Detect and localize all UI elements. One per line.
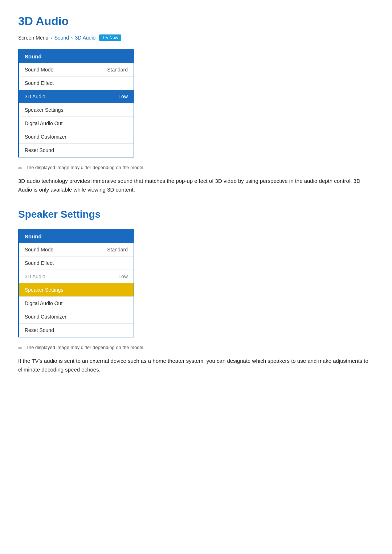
menu-header-2: Sound <box>19 230 134 243</box>
menu-header-1: Sound <box>19 50 134 63</box>
breadcrumb-screen-menu: Screen Menu <box>18 35 48 41</box>
menu-item-reset-sound-1[interactable]: Reset Sound <box>19 144 134 157</box>
menu-item-label: Sound Customizer <box>25 134 66 140</box>
breadcrumb-3daudio-link[interactable]: 3D Audio <box>75 35 95 41</box>
menu-item-3daudio-2[interactable]: 3D Audio Low <box>19 270 134 283</box>
menu-item-label: Sound Mode <box>25 247 53 253</box>
menu-item-sound-customizer-1[interactable]: Sound Customizer <box>19 130 134 144</box>
menu-item-label: 3D Audio <box>25 94 45 99</box>
menu-item-value: Low <box>118 274 128 279</box>
menu-item-sound-effect-2[interactable]: Sound Effect <box>19 257 134 270</box>
menu-item-3daudio-1[interactable]: 3D Audio Low <box>19 90 134 103</box>
menu-item-label: Speaker Settings <box>25 287 64 293</box>
menu-item-speaker-settings-1[interactable]: Speaker Settings <box>19 103 134 117</box>
menu-item-label: Sound Effect <box>25 260 54 266</box>
menu-item-sound-mode-1[interactable]: Sound Mode Standard <box>19 63 134 77</box>
menu-item-label: Speaker Settings <box>25 107 64 113</box>
menu-item-label: Digital Audio Out <box>25 300 62 306</box>
menu-item-value: Low <box>118 94 128 99</box>
body-text-1: 3D audio technology provides immersive s… <box>18 177 374 194</box>
menu-item-label: Sound Effect <box>25 80 54 86</box>
menu-item-sound-mode-2[interactable]: Sound Mode Standard <box>19 243 134 257</box>
note-text-1: The displayed image may differ depending… <box>26 165 144 170</box>
menu-item-sound-customizer-2[interactable]: Sound Customizer <box>19 310 134 324</box>
pencil-icon-2: ✏ <box>18 345 23 352</box>
menu-item-reset-sound-2[interactable]: Reset Sound <box>19 324 134 337</box>
try-now-badge-1[interactable]: Try Now <box>99 34 121 41</box>
menu-item-label: Sound Mode <box>25 67 53 73</box>
body-text-2: If the TV's audio is sent to an external… <box>18 357 374 374</box>
breadcrumb-sound-link-1[interactable]: Sound <box>54 35 69 41</box>
menu-item-digital-audio-2[interactable]: Digital Audio Out <box>19 297 134 310</box>
menu-item-label: Reset Sound <box>25 327 54 333</box>
menu-item-value: Standard <box>107 67 128 73</box>
breadcrumb-1: Screen Menu › Sound › 3D Audio Try Now <box>18 34 374 41</box>
note-row-2: ✏ The displayed image may differ dependi… <box>18 345 374 352</box>
note-row-1: ✏ The displayed image may differ dependi… <box>18 165 374 172</box>
menu-item-digital-audio-1[interactable]: Digital Audio Out <box>19 117 134 130</box>
page-title-1: 3D Audio <box>18 15 374 28</box>
menu-item-label: Digital Audio Out <box>25 120 62 126</box>
page-title-2: Speaker Settings <box>18 209 374 220</box>
menu-item-value: Standard <box>107 247 128 253</box>
breadcrumb-sep-2: › <box>71 35 73 41</box>
note-text-2: The displayed image may differ depending… <box>26 345 144 350</box>
menu-item-label: 3D Audio <box>25 274 45 279</box>
pencil-icon-1: ✏ <box>18 165 23 172</box>
menu-box-2: Sound Sound Mode Standard Sound Effect 3… <box>18 229 134 337</box>
breadcrumb-sep-1: › <box>50 35 52 41</box>
menu-item-label: Sound Customizer <box>25 314 66 320</box>
menu-item-speaker-settings-2[interactable]: Speaker Settings <box>19 283 134 297</box>
menu-item-sound-effect-1[interactable]: Sound Effect <box>19 77 134 90</box>
menu-box-1: Sound Sound Mode Standard Sound Effect 3… <box>18 49 134 157</box>
menu-item-label: Reset Sound <box>25 147 54 153</box>
